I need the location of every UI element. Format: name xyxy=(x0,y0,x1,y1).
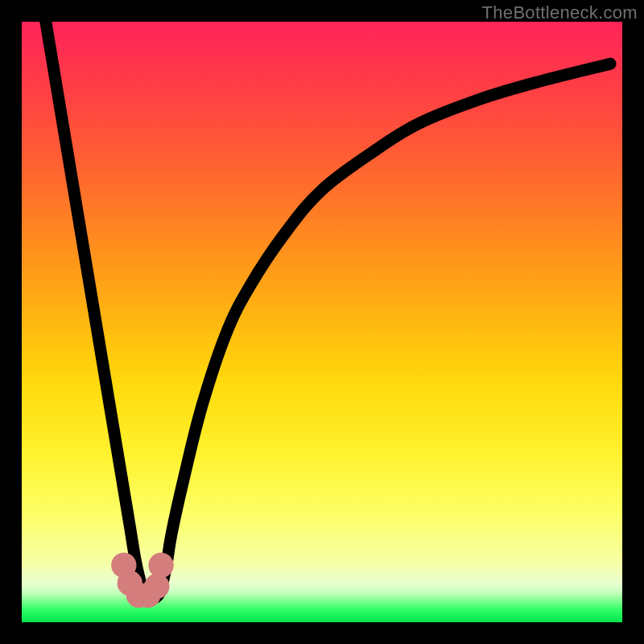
curve-svg xyxy=(22,22,622,622)
plot-area xyxy=(22,22,622,622)
chart-frame: TheBottleneck.com xyxy=(0,0,644,644)
watermark-text: TheBottleneck.com xyxy=(482,2,638,23)
bottleneck-curve xyxy=(46,22,610,600)
data-marker xyxy=(147,576,167,596)
data-marker xyxy=(151,555,171,575)
